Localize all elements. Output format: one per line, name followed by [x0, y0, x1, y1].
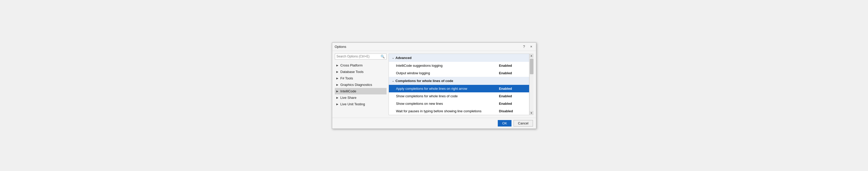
title-bar-left: Options: [335, 45, 346, 48]
scroll-track: [530, 58, 533, 111]
sidebar-item-intellicode[interactable]: ▶ IntelliCode: [335, 88, 386, 95]
option-row-show-completions-whole-lines[interactable]: Show completions for whole lines of code…: [389, 92, 529, 100]
option-row-wait-for-pauses[interactable]: Wait for pauses in typing before showing…: [389, 107, 529, 115]
option-value-wait-for-pauses: Disabled: [499, 109, 525, 113]
left-panel: 🔍 ▶ Cross Platform ▶ Database Tools ▶ F#…: [335, 54, 386, 115]
sidebar-label-graphics-diagnostics: Graphics Diagnostics: [340, 83, 372, 87]
option-row-apply-completions[interactable]: Apply completions for whole lines on rig…: [389, 85, 529, 92]
sidebar-label-intellicode: IntelliCode: [340, 89, 356, 93]
dialog-footer: OK Cancel: [332, 118, 536, 129]
search-input[interactable]: [337, 55, 380, 58]
expand-arrow-intellicode: ▶: [336, 90, 339, 93]
sidebar-label-database-tools: Database Tools: [340, 70, 364, 74]
sidebar-item-graphics-diagnostics[interactable]: ▶ Graphics Diagnostics: [335, 81, 386, 88]
option-value-show-completions-whole-lines: Enabled: [499, 94, 525, 98]
option-label-wait-for-pauses: Wait for pauses in typing before showing…: [396, 109, 494, 113]
expand-arrow-database-tools: ▶: [336, 70, 339, 73]
right-panel: ⌄ Advanced IntelliCode suggestions loggi…: [389, 54, 529, 115]
section-label-advanced: Advanced: [396, 56, 412, 60]
option-row-show-completions-new-lines[interactable]: Show completions on new lines Enabled: [389, 100, 529, 107]
close-button[interactable]: ×: [529, 44, 533, 49]
section-arrow-advanced: ⌄: [392, 57, 394, 59]
option-label-intellicode-logging: IntelliCode suggestions logging: [396, 64, 494, 68]
sidebar-label-cross-platform: Cross Platform: [340, 63, 363, 67]
option-row-output-window-logging[interactable]: Output window logging Enabled: [389, 69, 529, 77]
sidebar-tree: ▶ Cross Platform ▶ Database Tools ▶ F# T…: [335, 62, 386, 107]
option-value-show-completions-new-lines: Enabled: [499, 102, 525, 106]
option-row-intellicode-logging[interactable]: IntelliCode suggestions logging Enabled: [389, 62, 529, 69]
section-header-completions[interactable]: ⌄ Completions for whole lines of code: [389, 77, 529, 85]
title-bar-right: ? ×: [522, 44, 533, 49]
section-header-advanced[interactable]: ⌄ Advanced: [389, 54, 529, 62]
scrollbar: ▲ ▼: [529, 54, 533, 115]
search-icon-button[interactable]: 🔍: [380, 55, 385, 59]
dialog-title: Options: [335, 45, 346, 48]
section-arrow-completions: ⌄: [392, 79, 394, 82]
title-bar: Options ? ×: [332, 43, 536, 51]
ok-button[interactable]: OK: [498, 120, 512, 127]
section-label-completions: Completions for whole lines of code: [396, 79, 453, 83]
scroll-up-button[interactable]: ▲: [529, 54, 533, 58]
help-button[interactable]: ?: [522, 44, 526, 49]
option-label-show-completions-whole-lines: Show completions for whole lines of code: [396, 94, 494, 98]
search-box: 🔍: [335, 54, 386, 60]
option-label-show-completions-new-lines: Show completions on new lines: [396, 102, 494, 106]
dialog-body: 🔍 ▶ Cross Platform ▶ Database Tools ▶ F#…: [332, 51, 536, 118]
sidebar-item-fsharp-tools[interactable]: ▶ F# Tools: [335, 75, 386, 81]
expand-arrow-live-share: ▶: [336, 96, 339, 99]
expand-arrow-fsharp-tools: ▶: [336, 77, 339, 80]
options-content: ⌄ Advanced IntelliCode suggestions loggi…: [389, 54, 529, 115]
options-dialog: Options ? × 🔍 ▶ Cross Platform ▶: [332, 42, 536, 129]
option-label-apply-completions: Apply completions for whole lines on rig…: [396, 87, 494, 91]
scroll-down-button[interactable]: ▼: [529, 111, 533, 115]
option-value-intellicode-logging: Enabled: [499, 64, 525, 68]
right-wrapper: ⌄ Advanced IntelliCode suggestions loggi…: [389, 54, 533, 115]
expand-arrow-cross-platform: ▶: [336, 64, 339, 67]
cancel-button[interactable]: Cancel: [514, 120, 533, 127]
sidebar-label-fsharp-tools: F# Tools: [340, 76, 353, 80]
sidebar-item-cross-platform[interactable]: ▶ Cross Platform: [335, 62, 386, 69]
sidebar-label-live-unit-testing: Live Unit Testing: [340, 102, 365, 106]
sidebar-item-live-share[interactable]: ▶ Live Share: [335, 95, 386, 101]
option-label-output-window-logging: Output window logging: [396, 71, 494, 75]
scroll-thumb[interactable]: [530, 59, 533, 74]
expand-arrow-live-unit-testing: ▶: [336, 103, 339, 106]
sidebar-item-database-tools[interactable]: ▶ Database Tools: [335, 69, 386, 75]
sidebar-label-live-share: Live Share: [340, 96, 356, 100]
expand-arrow-graphics-diagnostics: ▶: [336, 83, 339, 86]
option-value-output-window-logging: Enabled: [499, 71, 525, 75]
option-value-apply-completions: Enabled: [499, 87, 525, 91]
sidebar-item-live-unit-testing[interactable]: ▶ Live Unit Testing: [335, 101, 386, 107]
